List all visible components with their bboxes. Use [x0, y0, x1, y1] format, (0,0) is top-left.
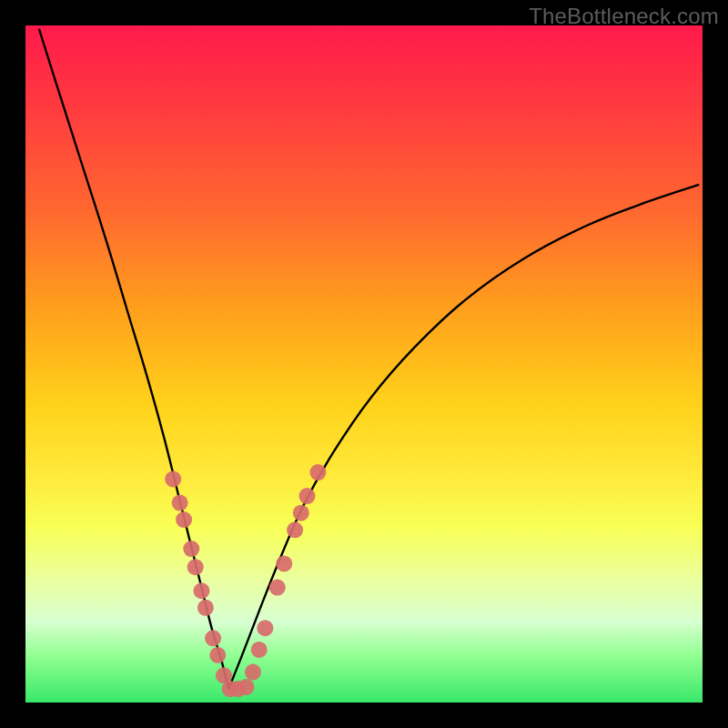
data-dot — [187, 559, 204, 575]
data-dot — [238, 679, 255, 695]
curve-right-branch — [228, 185, 699, 689]
data-dot — [183, 541, 199, 557]
data-dot — [257, 620, 273, 636]
data-dot — [276, 555, 292, 571]
data-dot — [172, 495, 188, 511]
chart-frame — [25, 25, 703, 703]
data-dot — [193, 582, 209, 599]
data-dot — [176, 511, 192, 528]
data-dot — [309, 464, 326, 480]
data-dot — [269, 580, 286, 596]
data-dot — [197, 600, 214, 616]
data-dots-group — [165, 464, 326, 697]
data-dot — [299, 488, 316, 504]
data-dot — [165, 470, 181, 487]
data-dot — [251, 642, 268, 658]
bottleneck-chart — [25, 25, 703, 703]
data-dot — [293, 505, 309, 521]
data-dot — [287, 521, 303, 538]
data-dot — [205, 630, 221, 646]
data-dot — [245, 664, 261, 681]
data-dot — [209, 647, 226, 663]
watermark-text: TheBottleneck.com — [529, 4, 719, 29]
